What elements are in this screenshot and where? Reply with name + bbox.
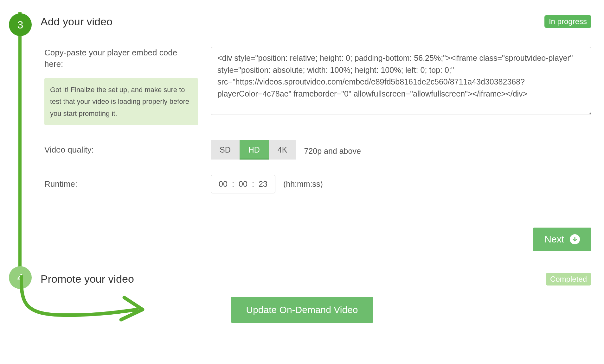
step-3-form: Copy-paste your player embed code here: … (0, 28, 604, 221)
quality-input-col: SD HD 4K 720p and above (211, 140, 591, 160)
step-4: 4 Promote your video Completed (0, 264, 604, 286)
step-4-header: Promote your video Completed (0, 264, 604, 286)
step-3: 3 Add your video In progress Copy-paste … (0, 6, 604, 251)
step-3-actions: Next (0, 228, 604, 251)
page-wrap: 3 Add your video In progress Copy-paste … (0, 0, 604, 361)
quality-option-4k[interactable]: 4K (269, 140, 296, 160)
runtime-label: Runtime: (44, 178, 198, 190)
step-4-title: Promote your video (41, 273, 134, 285)
runtime-input-col: : : (hh:mm:ss) (211, 175, 591, 193)
quality-option-hd[interactable]: HD (240, 140, 269, 160)
runtime-hint: (hh:mm:ss) (283, 179, 323, 189)
step-4-number: 4 (17, 271, 23, 284)
runtime-row: Runtime: : : (hh:mm:ss) (44, 175, 591, 193)
runtime-hh[interactable] (217, 179, 229, 189)
next-button-label: Next (544, 234, 564, 245)
step-4-badge: 4 (9, 266, 32, 289)
step-3-number: 3 (17, 19, 23, 31)
status-in-progress: In progress (544, 15, 591, 28)
arrow-down-icon (570, 234, 580, 244)
update-row: Update On-Demand Video (0, 297, 604, 323)
runtime-label-col: Runtime: (44, 178, 198, 190)
runtime-ss[interactable] (257, 179, 269, 189)
quality-segmented-control: SD HD 4K (211, 140, 296, 160)
step-3-header: Add your video In progress (0, 6, 604, 28)
embed-label-col: Copy-paste your player embed code here: … (44, 47, 198, 125)
embed-row: Copy-paste your player embed code here: … (44, 47, 591, 125)
embed-input-col (211, 47, 591, 116)
step-3-title: Add your video (41, 16, 112, 28)
embed-tip: Got it! Finalize the set up, and make su… (44, 78, 198, 125)
runtime-input-group: : : (211, 175, 275, 193)
runtime-sep-1: : (232, 179, 234, 189)
quality-option-sd[interactable]: SD (211, 140, 240, 160)
step-3-badge: 3 (9, 13, 32, 36)
update-on-demand-video-button[interactable]: Update On-Demand Video (231, 297, 373, 323)
status-completed: Completed (546, 273, 591, 286)
runtime-mm[interactable] (237, 179, 249, 189)
quality-label: Video quality: (44, 144, 198, 155)
runtime-sep-2: : (252, 179, 254, 189)
quality-label-col: Video quality: (44, 144, 198, 155)
embed-label: Copy-paste your player embed code here: (44, 47, 198, 70)
embed-code-textarea[interactable] (211, 47, 591, 115)
quality-row: Video quality: SD HD 4K 720p and above (44, 140, 591, 160)
quality-hint: 720p and above (304, 147, 361, 156)
next-button[interactable]: Next (533, 228, 591, 251)
